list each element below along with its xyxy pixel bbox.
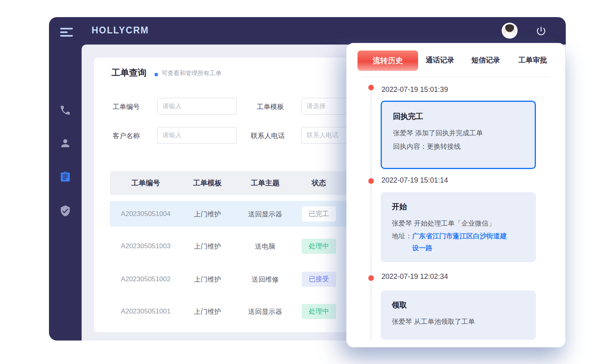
sidebar-item-phone[interactable] — [59, 104, 71, 116]
menu-icon[interactable] — [60, 28, 73, 38]
app-logo: HOLLYCRM — [92, 25, 149, 36]
timeline-timestamp: 2022-07-19 15:01:14 — [381, 176, 448, 185]
timeline-dot-icon — [368, 178, 374, 184]
customer-name-input[interactable] — [157, 127, 237, 144]
cell-template: 上门维护 — [194, 241, 221, 251]
sidebar-item-security[interactable] — [59, 205, 71, 217]
tab-sms-records[interactable]: 短信记录 — [471, 55, 500, 65]
address-label: 地址： — [392, 230, 412, 242]
top-bar: HOLLYCRM — [49, 17, 566, 45]
timeline-address-row: 地址： 广东省江门市蓬江区白沙街道建设一路 — [392, 230, 525, 254]
subtitle-dot-icon — [154, 73, 158, 76]
tabs-divider — [362, 77, 549, 77]
cell-subject: 送回维修 — [252, 274, 279, 284]
timeline-dot-icon — [368, 85, 374, 90]
power-icon[interactable] — [536, 25, 547, 37]
clipboard-icon — [59, 171, 71, 183]
timeline-card-claimed[interactable]: 领取 张爱琴 从工单池领取了工单 — [381, 290, 536, 340]
tab-call-records[interactable]: 通话记录 — [426, 55, 454, 65]
avatar-photo — [503, 24, 516, 37]
timeline-line — [371, 89, 371, 339]
sidebar — [49, 45, 82, 341]
sidebar-item-customer[interactable] — [59, 137, 71, 149]
filter-label-customer: 客户名称 — [113, 131, 140, 140]
status-badge: 已完工 — [302, 206, 336, 222]
page-title: 工单查询 — [111, 67, 147, 79]
cell-subject: 送回显示器 — [248, 307, 282, 316]
column-header-template: 工单模板 — [193, 178, 222, 188]
tab-flow-history[interactable]: 流转历史 — [358, 51, 418, 71]
timeline-timestamp: 2022-07-19 12:02:34 — [381, 273, 448, 281]
timeline-card-line: 张爱琴 开始处理工单「企业微信」 — [392, 217, 525, 230]
status-badge: 处理中 — [302, 304, 336, 319]
timeline-dot-icon — [368, 275, 374, 281]
page-subtitle: 可查看和管理所有工单 — [162, 70, 221, 77]
tab-order-approval[interactable]: 工单审批 — [518, 55, 547, 65]
filter-label-order-id: 工单编号 — [113, 102, 140, 111]
cell-template: 上门维护 — [194, 274, 221, 284]
timeline-card-completed[interactable]: 回执完工 张爱琴 添加了回执并完成工单 回执内容：更换转接线 — [381, 101, 536, 169]
cell-order-id: A202305051001 — [121, 308, 171, 315]
phone-icon — [59, 104, 71, 116]
filter-label-template: 工单模板 — [257, 102, 284, 111]
cell-order-id: A202305051002 — [121, 275, 171, 283]
sidebar-item-workorder[interactable] — [59, 171, 71, 183]
timeline-timestamp: 2022-07-19 15:01:39 — [381, 86, 448, 94]
timeline-card-title: 领取 — [392, 300, 525, 310]
cell-subject: 送电脑 — [255, 241, 276, 251]
timeline-card-line: 回执内容：更换转接线 — [393, 140, 524, 154]
timeline-card-start[interactable]: 开始 张爱琴 开始处理工单「企业微信」 地址： 广东省江门市蓬江区白沙街道建设一… — [381, 192, 536, 262]
status-badge: 处理中 — [302, 239, 336, 254]
timeline-card-title: 回执完工 — [393, 111, 524, 122]
order-id-input[interactable] — [157, 98, 237, 115]
timeline-card-line: 张爱琴 从工单池领取了工单 — [392, 315, 525, 329]
column-header-status: 状态 — [312, 178, 326, 188]
address-link[interactable]: 广东省江门市蓬江区白沙街道建设一路 — [412, 230, 508, 254]
cell-template: 上门维护 — [194, 307, 221, 316]
filter-label-contact-phone: 联系人电话 — [251, 131, 285, 140]
screenshot-canvas: HOLLYCRM 工单查询 可查看和管理所有工 — [0, 0, 604, 364]
timeline-card-line: 张爱琴 添加了回执并完成工单 — [393, 127, 524, 140]
timeline-card-title: 开始 — [392, 202, 525, 212]
column-header-subject: 工单主题 — [251, 178, 280, 188]
cell-order-id: A202305051004 — [121, 210, 171, 218]
status-badge: 已接受 — [302, 272, 336, 287]
shield-check-icon — [59, 205, 71, 217]
cell-order-id: A202305051003 — [121, 242, 171, 250]
column-header-order-id: 工单编号 — [131, 178, 160, 188]
detail-panel: 流转历史 通话记录 短信记录 工单审批 2022-07-19 15:01:39 … — [346, 43, 565, 347]
cell-template: 上门维护 — [194, 209, 221, 218]
user-icon — [59, 137, 71, 149]
cell-subject: 送回显示器 — [248, 209, 282, 218]
avatar[interactable] — [502, 23, 518, 39]
